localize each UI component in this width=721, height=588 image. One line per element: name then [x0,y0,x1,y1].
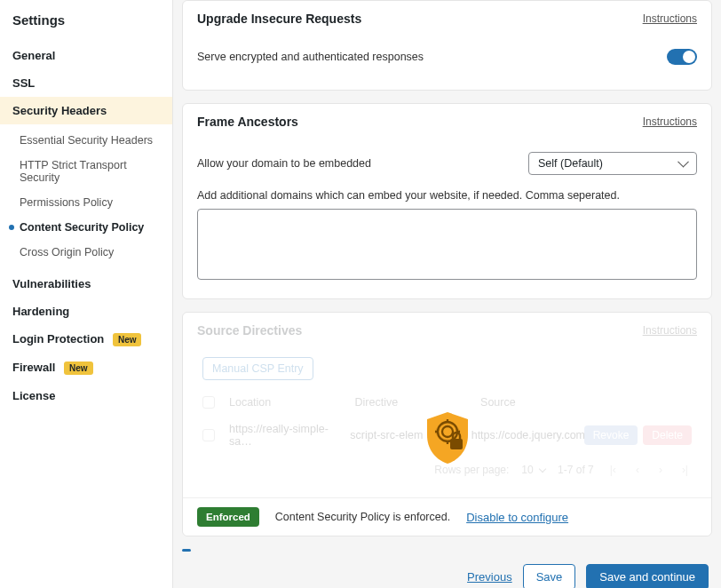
save-button[interactable]: Save [523,564,576,588]
cell-directive: script-src-elem [350,429,471,441]
sidebar-sub-cross-origin[interactable]: Cross Origin Policy [0,240,172,265]
select-all-checkbox[interactable] [202,396,215,409]
sidebar-item-firewall[interactable]: Firewall New [0,354,172,382]
table-header: Location Directive Source [197,389,697,416]
progress-indicator [182,549,191,552]
frame-ancestors-card: Frame Ancestors Instructions Allow your … [182,103,712,299]
instructions-link[interactable]: Instructions [643,324,697,337]
directives-table: Location Directive Source https://really… [197,389,697,455]
upgrade-title: Upgrade Insecure Requests [197,12,361,26]
pager-prev-icon[interactable]: ‹ [632,464,643,476]
sidebar-item-general[interactable]: General [0,42,172,69]
sidebar-item-login-protection[interactable]: Login Protection New [0,325,172,354]
upgrade-insecure-card: Upgrade Insecure Requests Instructions S… [182,0,712,91]
source-title: Source Directives [197,323,302,338]
save-continue-button[interactable]: Save and continue [586,564,709,588]
sidebar-sub-hsts[interactable]: HTTP Strict Transport Security [0,153,172,190]
manual-csp-button[interactable]: Manual CSP Entry [202,357,313,380]
frame-title: Frame Ancestors [197,115,298,129]
col-source: Source [480,396,585,409]
upgrade-toggle[interactable] [667,49,697,65]
sidebar-item-security-headers[interactable]: Security Headers [0,97,172,124]
previous-link[interactable]: Previous [467,570,512,584]
settings-title: Settings [0,9,172,42]
rows-per-page-select[interactable]: 10 [521,464,545,476]
frame-embed-select[interactable]: Self (Default) [528,152,697,175]
select-value: Self (Default) [538,157,603,170]
new-badge: New [113,333,142,346]
pager-range: 1-7 of 7 [558,464,594,476]
footer-actions: Previous Save Save and continue [182,557,712,588]
col-directive: Directive [355,396,481,409]
table-row: https://really-simple-sa… script-src-ele… [197,416,697,455]
chevron-down-icon [539,465,546,473]
upgrade-toggle-label: Serve encrypted and authenticated respon… [197,51,424,63]
pager-next-icon[interactable]: › [655,464,666,476]
enforced-message: Content Security Policy is enforced. [275,511,450,523]
main-content: Upgrade Insecure Requests Instructions S… [173,0,721,588]
col-location: Location [229,396,355,409]
rows-per-page-label: Rows per page: [434,464,509,476]
table-pager: Rows per page: 10 1-7 of 7 |‹ ‹ › ›| [197,455,697,481]
frame-additional-textarea[interactable] [197,209,697,280]
cell-source: https://code.jquery.com [471,429,585,441]
instructions-link[interactable]: Instructions [643,115,697,128]
sidebar-item-hardening[interactable]: Hardening [0,298,172,325]
frame-embed-label: Allow your domain to be embedded [197,157,371,170]
enforced-badge: Enforced [197,507,259,527]
sidebar-item-label: Login Protection [12,332,104,346]
cell-location: https://really-simple-sa… [229,423,350,448]
sidebar-item-vulnerabilities[interactable]: Vulnerabilities [0,270,172,298]
revoke-button[interactable]: Revoke [584,425,638,445]
settings-sidebar: Settings General SSL Security Headers Es… [0,0,173,588]
sidebar-item-ssl[interactable]: SSL [0,69,172,97]
source-directives-card: Source Directives Instructions Manual CS… [182,312,712,536]
pager-last-icon[interactable]: ›| [678,464,692,476]
instructions-link[interactable]: Instructions [643,12,697,25]
sidebar-sub-csp[interactable]: Content Security Policy [0,215,172,240]
frame-additional-label: Add additional domains which can embed y… [197,184,697,209]
row-checkbox[interactable] [202,429,215,441]
sidebar-sub-permissions[interactable]: Permissions Policy [0,190,172,215]
security-headers-sublist: Essential Security Headers HTTP Strict T… [0,124,172,270]
pager-first-icon[interactable]: |‹ [606,464,620,476]
sidebar-item-label: Firewall [12,361,55,374]
delete-button[interactable]: Delete [643,425,692,445]
disable-to-configure-link[interactable]: Disable to configure [466,511,568,524]
sidebar-item-license[interactable]: License [0,382,172,409]
enforced-bar: Enforced Content Security Policy is enfo… [183,497,711,536]
sidebar-sub-essential[interactable]: Essential Security Headers [0,128,172,153]
new-badge: New [64,362,93,375]
